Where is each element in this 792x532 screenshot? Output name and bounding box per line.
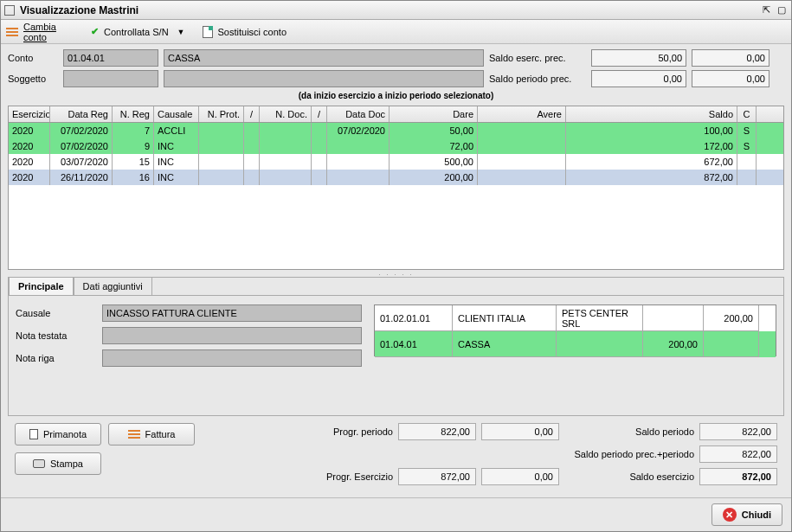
stampa-button[interactable]: Stampa — [15, 452, 101, 475]
chiudi-button[interactable]: ✕ Chiudi — [712, 503, 782, 526]
saldo-periodo-label: Saldo periodo — [564, 426, 694, 437]
col-header[interactable]: Saldo — [566, 106, 737, 122]
cell — [260, 123, 312, 138]
saldo-periodo-prec-avere: 0,00 — [692, 70, 769, 87]
progr-esercizio-dare: 872,00 — [398, 468, 476, 485]
nota-testata-label: Nota testata — [16, 330, 102, 341]
print-icon — [33, 459, 45, 468]
movements-grid[interactable]: EsercizioData RegN. RegCausaleN. Prot./N… — [8, 106, 784, 270]
cell: 07/02/2020 — [50, 138, 113, 154]
check-icon: ✔ — [91, 26, 99, 37]
restore-icon[interactable]: ⇱ — [760, 4, 772, 16]
cell: 03/07/2020 — [50, 154, 113, 170]
fattura-button[interactable]: Fattura — [108, 423, 195, 445]
col-header[interactable]: N. Doc. — [260, 106, 312, 122]
progr-esercizio-avere: 0,00 — [481, 468, 559, 485]
soggetto-code-field[interactable] — [63, 70, 158, 87]
splitter[interactable]: · · · · · — [8, 270, 784, 277]
detail-row[interactable]: 01.02.01.01CLIENTI ITALIAPETS CENTER SRL… — [375, 305, 776, 331]
cell: 72,00 — [390, 138, 478, 154]
conto-code-field[interactable]: 01.04.01 — [63, 49, 158, 67]
cambia-conto-button[interactable]: Cambia conto — [6, 22, 74, 42]
col-header[interactable]: C — [737, 106, 757, 122]
cell — [327, 154, 390, 170]
primanota-button[interactable]: Primanota — [15, 423, 101, 445]
cell: 2020 — [9, 154, 50, 170]
cell — [244, 123, 260, 138]
detail-panel: Principale Dati aggiuntivi CausaleINCASS… — [8, 277, 784, 416]
controllata-button[interactable]: ✔ Controllata S/N ▼ — [91, 26, 185, 37]
toolbar: Cambia conto ✔ Controllata S/N ▼ Sostitu… — [1, 20, 791, 44]
cell: INC — [154, 138, 199, 154]
sostituisci-conto-button[interactable]: Sostituisci conto — [203, 26, 287, 38]
window-icon — [4, 5, 15, 16]
progr-esercizio-label: Progr. Esercizio — [298, 471, 393, 482]
cell: 200,00 — [390, 170, 478, 185]
cell — [199, 154, 244, 170]
cell — [244, 138, 260, 154]
saldo-periodo-prec-label: Saldo periodo prec. — [489, 74, 586, 84]
cell — [478, 170, 566, 185]
col-header[interactable]: N. Reg — [113, 106, 154, 122]
cell: 2020 — [9, 123, 50, 138]
cell: ACCLI — [154, 123, 199, 138]
detail-row[interactable]: 01.04.01CASSA200,00 — [375, 331, 776, 357]
col-header[interactable]: Dare — [390, 106, 478, 122]
chevron-down-icon: ▼ — [177, 28, 185, 36]
cell: S — [737, 138, 757, 154]
cell: 9 — [113, 138, 154, 154]
cell — [260, 170, 312, 185]
cell — [199, 138, 244, 154]
cell: 672,00 — [566, 154, 737, 170]
cell — [312, 154, 327, 170]
conto-name-field[interactable]: CASSA — [164, 49, 484, 67]
col-header[interactable]: / — [244, 106, 260, 122]
cell: 26/11/2020 — [50, 170, 113, 185]
col-header[interactable]: Data Reg — [50, 106, 113, 122]
cell: 7 — [113, 123, 154, 138]
col-header[interactable]: / — [312, 106, 327, 122]
cell — [199, 170, 244, 185]
col-header[interactable]: Avere — [478, 106, 566, 122]
progr-periodo-dare: 822,00 — [398, 423, 476, 440]
table-row[interactable]: 202007/02/20209INC72,00172,00S — [9, 138, 783, 154]
nota-riga-label: Nota riga — [16, 353, 102, 363]
cell — [312, 123, 327, 138]
detail-cell — [704, 331, 759, 357]
cell — [199, 123, 244, 138]
cell — [260, 138, 312, 154]
detail-cell: CASSA — [453, 331, 557, 357]
table-row[interactable]: 202003/07/202015INC500,00672,00 — [9, 154, 783, 170]
col-header[interactable]: N. Prot. — [199, 106, 244, 122]
soggetto-name-field[interactable] — [164, 70, 484, 87]
cell — [737, 170, 757, 185]
col-header[interactable]: Data Doc — [327, 106, 390, 122]
cell: S — [737, 123, 757, 138]
tab-dati-aggiuntivi[interactable]: Dati aggiuntivi — [74, 277, 152, 295]
cell: 100,00 — [566, 123, 737, 138]
tab-principale[interactable]: Principale — [9, 277, 74, 295]
col-header[interactable]: Causale — [154, 106, 199, 122]
conto-label: Conto — [8, 53, 58, 63]
detail-cell: 01.04.01 — [375, 331, 453, 357]
saldo-eserc-prec-label: Saldo eserc. prec. — [489, 53, 586, 63]
maximize-icon[interactable]: ▢ — [776, 4, 788, 16]
cell — [737, 154, 757, 170]
cell — [244, 154, 260, 170]
col-header[interactable]: Esercizio — [9, 106, 50, 122]
cell: 50,00 — [390, 123, 478, 138]
saldo-periodo-prec-dare: 0,00 — [591, 70, 686, 87]
detail-cell — [643, 305, 704, 331]
table-row[interactable]: 202007/02/20207ACCLI07/02/202050,00100,0… — [9, 123, 783, 138]
detail-table[interactable]: 01.02.01.01CLIENTI ITALIAPETS CENTER SRL… — [374, 304, 776, 356]
doc-icon — [29, 429, 38, 439]
cell: 07/02/2020 — [50, 123, 113, 138]
table-row[interactable]: 202026/11/202016INC200,00872,00 — [9, 170, 783, 185]
list-icon — [6, 28, 18, 36]
cell — [260, 154, 312, 170]
saldo-periodo-value: 822,00 — [699, 423, 777, 440]
nota-testata-field — [102, 327, 362, 344]
cell: 15 — [113, 154, 154, 170]
cell — [478, 154, 566, 170]
cell: INC — [154, 170, 199, 185]
